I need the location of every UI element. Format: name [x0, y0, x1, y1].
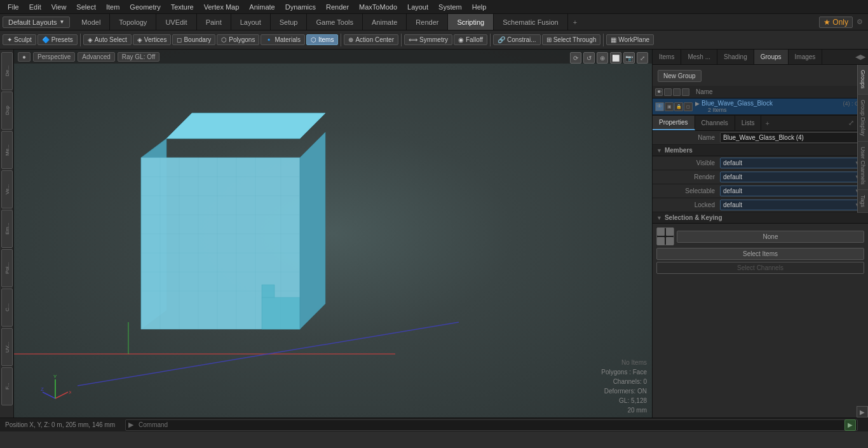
- left-tab-dup[interactable]: Dup: [1, 92, 13, 130]
- command-input-area[interactable]: ▶ ▶: [125, 419, 858, 431]
- tab-scripting[interactable]: Scripting: [448, 14, 494, 30]
- left-tab-uv[interactable]: UV...: [1, 328, 13, 366]
- left-tab-de[interactable]: De...: [1, 52, 13, 90]
- menu-texture[interactable]: Texture: [166, 2, 199, 12]
- tab-uvedit[interactable]: UVEdit: [156, 14, 196, 30]
- left-tab-em[interactable]: Em...: [1, 210, 13, 248]
- vtab-tags[interactable]: Tags: [857, 190, 868, 213]
- name-input[interactable]: [720, 132, 863, 143]
- viewport-ctrl-orbit[interactable]: ⟳: [570, 52, 581, 64]
- sel-keying-section-header[interactable]: ▼ Selection & Keying: [653, 212, 868, 224]
- menu-item[interactable]: Item: [101, 2, 125, 12]
- viewport[interactable]: ● Perspective Advanced Ray GL: Off ⟳ ↺ ⊕…: [14, 50, 652, 417]
- viewport-ctrl-frame[interactable]: ⬜: [610, 52, 621, 64]
- rp-tab-shading[interactable]: Shading: [717, 50, 754, 64]
- command-execute-button[interactable]: ▶: [844, 419, 856, 431]
- rp-tab-images[interactable]: Images: [789, 50, 823, 64]
- action-center-button[interactable]: ⊕ Action Center: [344, 34, 398, 45]
- menu-help[interactable]: Help: [467, 2, 492, 12]
- viewport-ctrl-zoom[interactable]: ⊕: [597, 52, 608, 64]
- left-tab-ve[interactable]: Ve...: [1, 170, 13, 208]
- props-tab-channels[interactable]: Channels: [695, 116, 735, 130]
- rp-tab-mesh[interactable]: Mesh ...: [681, 50, 717, 64]
- select-channels-button[interactable]: Select Channels: [656, 262, 864, 274]
- command-input[interactable]: [136, 421, 844, 428]
- constraints-button[interactable]: 🔗 Constrai...: [493, 34, 541, 45]
- viewport-mode-toggle[interactable]: ●: [18, 52, 31, 62]
- select-items-button[interactable]: Select Items: [656, 248, 864, 260]
- menu-file[interactable]: File: [3, 2, 24, 12]
- select-through-button[interactable]: ⊞ Select Through: [542, 34, 601, 45]
- items-button[interactable]: ⬡ Items: [306, 34, 338, 45]
- vertices-button[interactable]: ◈ Vertices: [133, 34, 172, 45]
- rp-collapse-icon[interactable]: ◀▶: [853, 51, 868, 62]
- menu-edit[interactable]: Edit: [24, 2, 46, 12]
- vtab-groups[interactable]: Groups: [857, 65, 868, 95]
- menu-view[interactable]: View: [46, 2, 72, 12]
- vtab-group-display[interactable]: Group Display: [857, 95, 868, 142]
- menu-system[interactable]: System: [433, 2, 467, 12]
- viewport-raygl-button[interactable]: Ray GL: Off: [118, 52, 160, 62]
- tab-render[interactable]: Render: [407, 14, 448, 30]
- viewport-ctrl-cam[interactable]: 📷: [623, 52, 635, 64]
- props-tab-lists[interactable]: Lists: [735, 116, 762, 130]
- viewport-ctrl-expand[interactable]: ⤢: [637, 52, 648, 64]
- tab-setup[interactable]: Setup: [271, 14, 308, 30]
- viewport-ctrl-reset[interactable]: ↺: [583, 52, 595, 64]
- presets-button[interactable]: 🔷 Presets: [37, 34, 78, 45]
- group-item-blue-wave[interactable]: 👁 ▣ 🔒 ◻ ▶ Blue_Wave_Glass_Block (4) : Gr…: [653, 98, 868, 115]
- menu-dynamics[interactable]: Dynamics: [280, 2, 321, 12]
- menu-select[interactable]: Select: [71, 2, 101, 12]
- none-button[interactable]: None: [677, 231, 864, 243]
- visible-value[interactable]: default ▼: [720, 158, 863, 168]
- boundary-button[interactable]: ◻ Boundary: [172, 34, 215, 45]
- polygons-button[interactable]: ⬡ Polygons: [217, 34, 259, 45]
- props-maximize-icon[interactable]: ⤢: [846, 118, 857, 128]
- menu-render[interactable]: Render: [321, 2, 354, 12]
- layout-dropdown[interactable]: Default Layouts ▼: [3, 17, 70, 28]
- props-tab-add[interactable]: +: [761, 119, 773, 127]
- rp-tab-groups[interactable]: Groups: [754, 50, 789, 64]
- left-tab-c[interactable]: C...: [1, 288, 13, 327]
- locked-value[interactable]: default ▼: [720, 200, 863, 210]
- visible-select[interactable]: default ▼: [720, 158, 863, 168]
- menu-vertex-map[interactable]: Vertex Map: [199, 2, 245, 12]
- rp-tab-items[interactable]: Items: [653, 50, 681, 64]
- menu-layout[interactable]: Layout: [402, 2, 433, 12]
- viewport-shading-button[interactable]: Advanced: [78, 52, 114, 62]
- menu-maxtomodo[interactable]: MaxToModo: [354, 2, 402, 12]
- falloff-button[interactable]: ◉ Falloff: [454, 34, 487, 45]
- new-group-button[interactable]: New Group: [658, 70, 702, 82]
- materials-button[interactable]: 🔹 Materials: [261, 34, 305, 45]
- left-tab-f[interactable]: F...: [1, 367, 13, 405]
- type-icon[interactable]: ◻: [684, 102, 693, 111]
- lock-icon[interactable]: 🔒: [674, 102, 683, 111]
- tab-game-tools[interactable]: Game Tools: [307, 14, 363, 30]
- tab-animate[interactable]: Animate: [363, 14, 407, 30]
- tab-add[interactable]: +: [568, 14, 582, 30]
- tab-paint[interactable]: Paint: [197, 14, 231, 30]
- members-section-header[interactable]: ▼ Members: [653, 145, 868, 156]
- render-icon[interactable]: ▣: [665, 102, 674, 111]
- render-select[interactable]: default ▼: [720, 172, 863, 182]
- selectable-value[interactable]: default ▼: [720, 186, 863, 196]
- sculpt-button[interactable]: ✦ Sculpt: [3, 34, 36, 45]
- left-tab-me[interactable]: Me...: [1, 131, 13, 169]
- vtab-user-channels[interactable]: User Channels: [857, 142, 868, 191]
- selectable-select[interactable]: default ▼: [720, 186, 863, 196]
- auto-select-button[interactable]: ◈ Auto Select: [83, 34, 132, 45]
- render-value[interactable]: default ▼: [720, 172, 863, 182]
- locked-select[interactable]: default ▼: [720, 200, 863, 210]
- menu-geometry[interactable]: Geometry: [125, 2, 165, 12]
- tab-model[interactable]: Model: [72, 14, 110, 30]
- settings-icon[interactable]: ⚙: [857, 18, 863, 26]
- tab-topology[interactable]: Topology: [110, 14, 156, 30]
- menu-animate[interactable]: Animate: [244, 2, 280, 12]
- workplane-button[interactable]: ▦ WorkPlane: [606, 34, 654, 45]
- props-tab-properties[interactable]: Properties: [653, 116, 695, 130]
- tab-schematic-fusion[interactable]: Schematic Fusion: [494, 14, 567, 30]
- eye-icon[interactable]: 👁: [655, 102, 664, 111]
- tab-layout[interactable]: Layout: [231, 14, 271, 30]
- viewport-perspective-button[interactable]: Perspective: [33, 52, 75, 62]
- command-expand-icon[interactable]: ▶: [126, 421, 136, 429]
